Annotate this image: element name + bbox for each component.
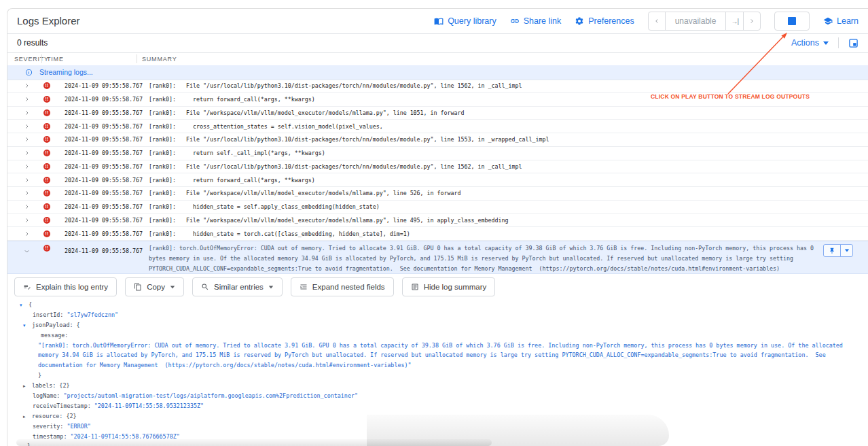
log-time: 2024-11-09 09:55:58.767 <box>65 203 143 210</box>
learn-icon <box>823 16 833 26</box>
page-title: Logs Explorer <box>17 15 80 27</box>
expand-chevron-icon[interactable] <box>24 83 30 89</box>
expand-chevron-icon[interactable] <box>24 217 30 223</box>
log-row[interactable]: !! 2024-11-09 09:55:58.767 [rank0]: File… <box>7 80 868 93</box>
log-row[interactable]: !! 2024-11-09 09:55:58.767 [rank0]: retu… <box>7 173 868 187</box>
pin-options-button[interactable] <box>840 245 852 256</box>
json-value: "2024-11-09T14:55:58.953212335Z" <box>94 402 204 409</box>
log-time: 2024-11-09 09:55:58.767 <box>65 217 143 224</box>
json-string-line: "[rank0]: torch.OutOfMemoryError: CUDA o… <box>38 342 843 349</box>
log-row[interactable]: !! 2024-11-09 09:55:58.767 [rank0]: retu… <box>7 147 868 160</box>
log-row[interactable]: !! 2024-11-09 09:55:58.767 [rank0]: File… <box>7 107 868 120</box>
results-bar-actions: Actions <box>791 33 858 52</box>
chevron-down-icon <box>170 286 175 288</box>
error-severity-icon: !! <box>43 190 50 196</box>
column-severity: SEVERITY <box>14 56 49 63</box>
log-row[interactable]: !! 2024-11-09 09:55:58.767 [rank0]: File… <box>7 187 868 201</box>
similar-entries-button[interactable]: Similar entries <box>192 277 283 296</box>
log-summary: [rank0]: hidden_state = self.apply_class… <box>149 203 865 210</box>
chevron-down-icon <box>844 250 848 252</box>
actions-label: Actions <box>791 38 819 48</box>
query-library-button[interactable]: Query library <box>434 16 496 26</box>
json-key: logName: <box>33 392 60 399</box>
log-time: 2024-11-09 09:55:58.767 <box>65 190 143 196</box>
expanded-log-row[interactable]: !! 2024-11-09 09:55:58.767 [rank0]: torc… <box>7 241 868 274</box>
expand-chevron-icon[interactable] <box>24 230 30 237</box>
page-status-label: unavailable <box>665 12 726 30</box>
info-icon <box>25 69 33 76</box>
log-row[interactable]: !! 2024-11-09 09:55:58.767 [rank0]: hidd… <box>7 201 868 214</box>
logs-explorer-panel: Logs Explorer Query library Share link P… <box>7 8 868 446</box>
expand-chevron-icon[interactable] <box>24 204 30 210</box>
summary-panel-icon <box>411 283 419 291</box>
caret-down-icon[interactable]: ▾ <box>23 321 32 331</box>
log-row[interactable]: !! 2024-11-09 09:55:58.767 [rank0]: File… <box>7 133 868 147</box>
stop-streaming-button[interactable] <box>774 12 810 31</box>
json-string-line: memory 34.94 GiB is allocated by PyTorch… <box>38 351 826 358</box>
actions-button[interactable]: Actions <box>791 38 829 48</box>
json-value: "2024-11-09T14:55:58.767666578Z" <box>70 433 179 440</box>
previous-page-button[interactable] <box>649 12 665 30</box>
log-table-header: SEVERITY TIME SUMMARY <box>7 52 868 66</box>
explain-note-icon <box>23 283 31 291</box>
json-key: severity: <box>33 423 63 430</box>
preferences-button[interactable]: Preferences <box>575 16 634 26</box>
log-time: 2024-11-09 09:55:58.767 <box>65 230 143 237</box>
expand-chevron-icon[interactable] <box>24 177 30 183</box>
expand-chevron-icon[interactable] <box>24 137 30 143</box>
expand-chevron-icon[interactable] <box>24 123 30 129</box>
log-summary: [rank0]: return forward_call(*args, **kw… <box>149 177 865 184</box>
link-icon <box>510 16 520 26</box>
log-time: 2024-11-09 09:55:58.767 <box>65 247 143 254</box>
log-row[interactable]: !! 2024-11-09 09:55:58.767 [rank0]: File… <box>7 214 868 228</box>
column-time: TIME <box>47 56 64 63</box>
nested-lines-icon <box>300 283 308 291</box>
log-row[interactable]: !! 2024-11-09 09:55:58.767 [rank0]: cros… <box>7 120 868 133</box>
hide-log-summary-label: Hide log summary <box>424 283 487 291</box>
log-row[interactable]: !! 2024-11-09 09:55:58.767 [rank0]: hidd… <box>7 227 868 241</box>
json-line: receiveTimestamp: "2024-11-09T14:55:58.9… <box>7 401 868 411</box>
expand-chevron-icon[interactable] <box>24 163 30 169</box>
log-summary: [rank0]: hidden_state = torch.cat([class… <box>149 230 865 237</box>
log-time: 2024-11-09 09:55:58.767 <box>65 123 143 130</box>
learn-button[interactable]: Learn <box>823 16 858 26</box>
json-key: jsonPayload: <box>32 322 73 328</box>
expand-nested-fields-button[interactable]: Expand nested fields <box>291 277 394 296</box>
share-link-button[interactable]: Share link <box>510 16 562 26</box>
error-severity-icon: !! <box>43 163 50 170</box>
error-severity-icon: !! <box>43 230 50 237</box>
next-page-button[interactable] <box>743 12 760 30</box>
json-line: insertId: "sl7yw7fedcznn" <box>7 310 868 320</box>
pin-log-entry-button[interactable] <box>824 245 840 256</box>
log-row[interactable]: !! 2024-11-09 09:55:58.767 [rank0]: File… <box>7 160 868 174</box>
expanded-log-text: [rank0]: torch.OutOfMemoryError: CUDA ou… <box>149 243 817 275</box>
explain-log-entry-button[interactable]: Explain this log entry <box>14 277 117 296</box>
title-bar: Logs Explorer Query library Share link P… <box>7 9 868 34</box>
jump-to-last-button[interactable]: →| <box>725 12 743 30</box>
json-value: "ERROR" <box>67 423 90 430</box>
stop-icon <box>788 17 796 25</box>
json-key: insertId: <box>33 311 63 318</box>
expand-chevron-icon[interactable] <box>24 109 30 116</box>
expand-chevron-icon[interactable] <box>24 150 30 156</box>
open-side-panel-button[interactable] <box>848 38 858 48</box>
hide-log-summary-button[interactable]: Hide log summary <box>402 277 496 296</box>
page-navigation: unavailable →| <box>648 12 761 31</box>
error-severity-icon: !! <box>43 217 50 224</box>
json-string-line: documentation for Memory Management (htt… <box>38 362 412 368</box>
caret-down-icon[interactable]: ▾ <box>20 301 29 311</box>
json-line: ▾{ <box>7 300 868 310</box>
gear-icon <box>575 16 584 26</box>
log-time: 2024-11-09 09:55:58.767 <box>65 150 143 156</box>
expand-chevron-icon[interactable] <box>24 97 30 103</box>
caret-right-icon[interactable]: ▸ <box>23 412 32 422</box>
json-value: "projects/automl-migration-test/logs/aip… <box>63 392 358 399</box>
title-bar-actions: Query library Share link Preferences una… <box>434 9 858 33</box>
copy-button[interactable]: Copy <box>125 277 184 296</box>
json-line: logName: "projects/automl-migration-test… <box>7 391 868 401</box>
collapse-chevron-icon[interactable] <box>24 248 30 254</box>
results-bar: 0 results Actions <box>7 33 868 53</box>
caret-right-icon[interactable]: ▸ <box>23 381 32 392</box>
error-severity-icon: !! <box>43 150 50 156</box>
expand-chevron-icon[interactable] <box>24 190 30 196</box>
